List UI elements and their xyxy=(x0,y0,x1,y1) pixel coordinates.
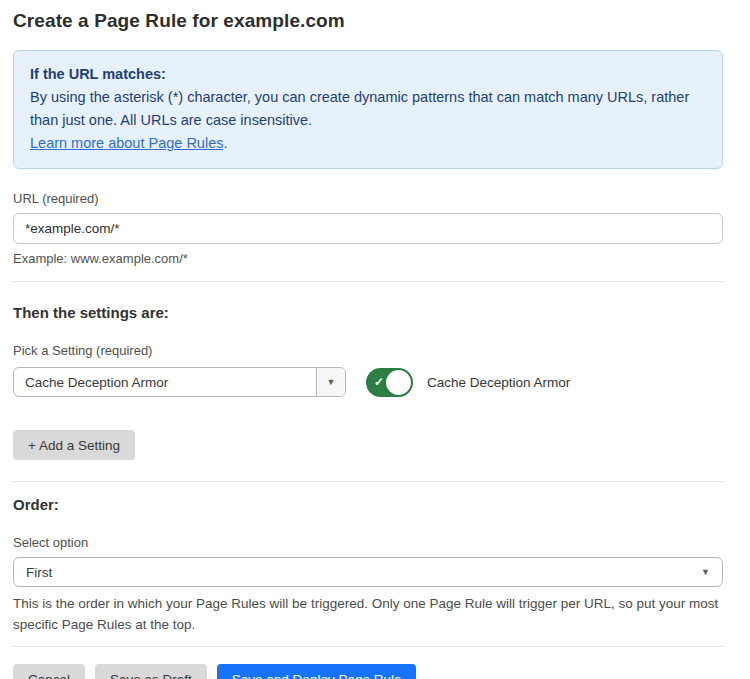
divider-order xyxy=(13,481,723,482)
footer-actions: Cancel Save as Draft Save and Deploy Pag… xyxy=(13,664,723,679)
add-setting-button[interactable]: + Add a Setting xyxy=(13,430,135,460)
divider-footer xyxy=(13,646,723,647)
save-and-deploy-button[interactable]: Save and Deploy Page Rule xyxy=(217,664,417,679)
info-box-body: By using the asterisk (*) character, you… xyxy=(30,86,706,132)
chevron-down-icon: ▼ xyxy=(701,568,710,577)
order-select-value: First xyxy=(26,565,701,580)
url-matches-info-box: If the URL matches: By using the asteris… xyxy=(13,50,723,169)
divider-settings xyxy=(13,281,723,282)
setting-row: Cache Deception Armor ▼ ✓ Cache Deceptio… xyxy=(13,367,723,397)
setting-dropdown[interactable]: Cache Deception Armor ▼ xyxy=(13,367,346,397)
cancel-button[interactable]: Cancel xyxy=(13,664,85,679)
order-select[interactable]: First ▼ xyxy=(13,557,723,587)
checkmark-icon: ✓ xyxy=(374,375,384,389)
chevron-down-icon: ▼ xyxy=(327,378,336,387)
setting-dropdown-arrow-button[interactable]: ▼ xyxy=(316,368,345,396)
setting-toggle[interactable]: ✓ xyxy=(366,368,413,397)
settings-section-heading: Then the settings are: xyxy=(13,304,723,321)
pick-setting-label: Pick a Setting (required) xyxy=(13,343,723,358)
link-period: . xyxy=(223,135,227,151)
save-as-draft-button[interactable]: Save as Draft xyxy=(95,664,207,679)
select-option-label: Select option xyxy=(13,535,723,550)
setting-toggle-label: Cache Deception Armor xyxy=(427,375,570,390)
toggle-knob xyxy=(386,370,411,395)
setting-dropdown-value: Cache Deception Armor xyxy=(14,368,316,396)
page-title: Create a Page Rule for example.com xyxy=(13,10,723,32)
url-field-label: URL (required) xyxy=(13,191,723,206)
learn-more-link[interactable]: Learn more about Page Rules xyxy=(30,135,223,151)
info-box-heading: If the URL matches: xyxy=(30,63,706,86)
url-input[interactable] xyxy=(13,213,723,244)
setting-toggle-wrap: ✓ Cache Deception Armor xyxy=(366,368,570,397)
order-helper-text: This is the order in which your Page Rul… xyxy=(13,593,723,635)
order-section-heading: Order: xyxy=(13,496,723,513)
url-example-helper: Example: www.example.com/* xyxy=(13,251,723,266)
info-box-link-line: Learn more about Page Rules. xyxy=(30,132,706,155)
